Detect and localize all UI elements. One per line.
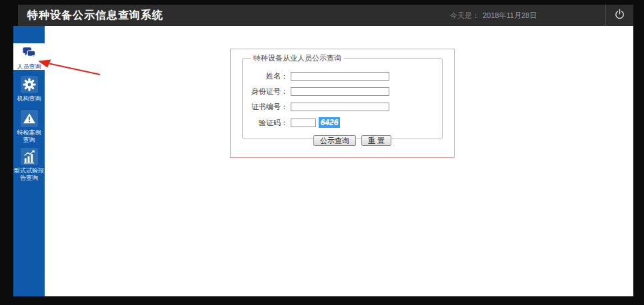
sidebar-item-label: 机构查询 bbox=[17, 95, 41, 102]
comments-icon bbox=[21, 44, 38, 61]
form-buttons-row: 公示查询 重 置 bbox=[313, 135, 442, 146]
certificate-number-field-row: 证书编号： bbox=[249, 102, 442, 112]
warning-triangle-icon bbox=[21, 110, 38, 127]
logout-button[interactable] bbox=[606, 5, 633, 26]
certificate-number-label: 证书编号： bbox=[249, 102, 288, 112]
id-number-field-row: 身份证号： bbox=[249, 87, 442, 97]
query-form-highlight-box: 特种设备从业人员公示查询 姓名： 身份证号： 证书编号： 验证码： 6426 bbox=[230, 49, 455, 158]
current-date: 今天是： 2018年11月28日 bbox=[450, 5, 537, 26]
top-header-bar: 特种设备公示信息查询系统 今天是： 2018年11月28日 bbox=[18, 5, 633, 26]
id-number-input[interactable] bbox=[291, 87, 389, 96]
name-field-row: 姓名： bbox=[249, 71, 442, 81]
app-window: 特种设备公示信息查询系统 今天是： 2018年11月28日 bbox=[0, 0, 644, 305]
id-number-label: 身份证号： bbox=[249, 87, 288, 97]
form-legend: 特种设备从业人员公示查询 bbox=[251, 53, 344, 63]
sidebar-item-inspection-case-query[interactable]: 特检案例 查询 bbox=[13, 110, 45, 143]
certificate-number-input[interactable] bbox=[291, 103, 389, 111]
gear-icon bbox=[21, 76, 38, 93]
sidebar-item-agency-query[interactable]: 机构查询 bbox=[13, 76, 45, 102]
sidebar-nav: 人员查询 机构查询 bbox=[13, 26, 45, 296]
power-icon bbox=[613, 8, 626, 23]
bar-chart-icon bbox=[21, 148, 38, 165]
sidebar-item-label-line1: 特检案例 bbox=[17, 129, 41, 136]
reset-button[interactable]: 重 置 bbox=[361, 135, 391, 146]
captcha-image[interactable]: 6426 bbox=[319, 117, 340, 128]
sidebar-item-label: 人员查询 bbox=[17, 63, 41, 70]
name-label: 姓名： bbox=[249, 71, 288, 81]
date-value: 2018年11月28日 bbox=[483, 11, 537, 21]
public-query-button[interactable]: 公示查询 bbox=[313, 135, 356, 146]
page-title: 特种设备公示信息查询系统 bbox=[27, 5, 163, 26]
sidebar-item-label-line2: 查询 bbox=[23, 137, 35, 143]
sidebar-item-type-test-report-query[interactable]: 型式试验报 告查询 bbox=[13, 148, 45, 181]
name-input[interactable] bbox=[291, 72, 389, 81]
sidebar-item-label-line1: 型式试验报 bbox=[14, 167, 44, 174]
captcha-label: 验证码： bbox=[249, 118, 288, 128]
sidebar-item-label-line2: 告查询 bbox=[20, 174, 38, 181]
personnel-query-form: 特种设备从业人员公示查询 姓名： 身份证号： 证书编号： 验证码： 6426 bbox=[242, 53, 443, 139]
sidebar-item-personnel-query[interactable]: 人员查询 bbox=[13, 43, 45, 70]
captcha-field-row: 验证码： 6426 bbox=[249, 117, 442, 128]
main-content: 特种设备从业人员公示查询 姓名： 身份证号： 证书编号： 验证码： 6426 bbox=[45, 26, 633, 296]
date-label: 今天是： bbox=[450, 11, 479, 21]
captcha-input[interactable] bbox=[291, 119, 316, 127]
